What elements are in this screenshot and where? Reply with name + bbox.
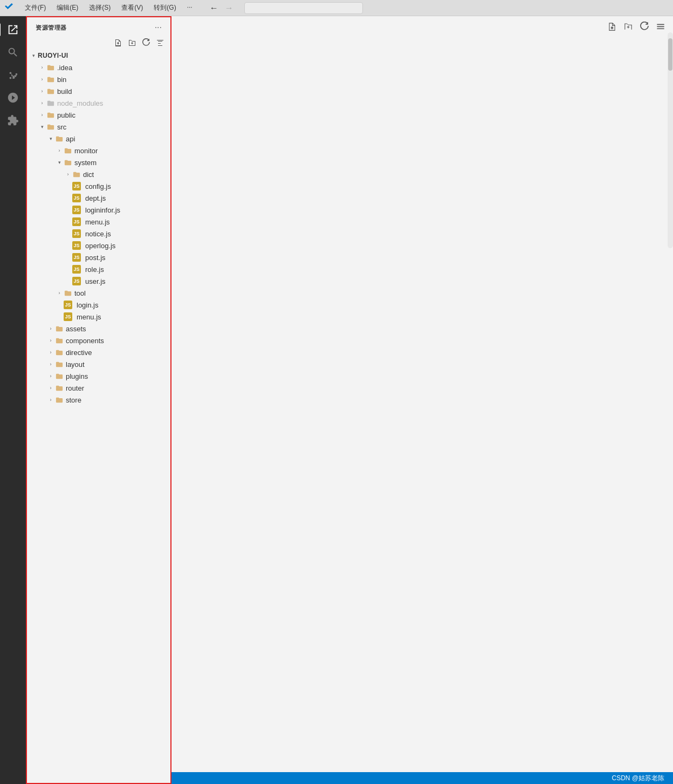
menu-goto[interactable]: 转到(G)	[149, 2, 180, 13]
editor-new-folder-button[interactable]	[622, 21, 634, 32]
source-control-activity-icon[interactable]	[4, 66, 22, 84]
tree-item-role-js[interactable]: JS role.js	[27, 263, 170, 275]
item-label: config.js	[85, 182, 166, 190]
file-tree: RUOYI-UI .idea bin	[27, 50, 170, 783]
js-file-icon: JS	[72, 182, 81, 190]
tree-item-dept-js[interactable]: JS dept.js	[27, 192, 170, 204]
expand-arrow	[29, 51, 38, 60]
expand-arrow	[64, 170, 72, 179]
js-file-icon: JS	[72, 277, 81, 285]
vscode-logo	[4, 2, 14, 14]
tree-item-api[interactable]: api	[27, 133, 170, 145]
tree-item-logininfor-js[interactable]: JS logininfor.js	[27, 204, 170, 216]
editor-refresh-button[interactable]	[638, 21, 650, 32]
status-bar: CSDN @姑苏老陈	[171, 772, 673, 784]
tree-item-public[interactable]: public	[27, 109, 170, 121]
menu-view[interactable]: 查看(V)	[117, 2, 147, 13]
scrollbar-thumb[interactable]	[668, 38, 672, 71]
tree-item-login-js[interactable]: JS login.js	[27, 299, 170, 311]
title-search-bar[interactable]	[244, 2, 363, 14]
expand-arrow	[46, 396, 55, 404]
tree-item-idea[interactable]: .idea	[27, 62, 170, 73]
tree-item-menu-js-system[interactable]: JS menu.js	[27, 216, 170, 228]
item-label: components	[66, 337, 166, 345]
tree-item-node-modules[interactable]: node_modules	[27, 97, 170, 109]
expand-arrow	[46, 348, 55, 357]
folder-icon	[55, 134, 64, 143]
tree-item-tool[interactable]: tool	[27, 287, 170, 299]
tree-item-menu-js-api[interactable]: JS menu.js	[27, 311, 170, 323]
expand-arrow	[38, 122, 46, 131]
expand-arrow	[38, 75, 46, 84]
item-label: router	[66, 384, 166, 392]
editor-area: CSDN @姑苏老陈	[171, 16, 673, 784]
tree-item-components[interactable]: components	[27, 335, 170, 346]
tree-item-notice-js[interactable]: JS notice.js	[27, 228, 170, 240]
tree-item-system[interactable]: system	[27, 156, 170, 168]
item-label: build	[57, 87, 166, 96]
search-activity-icon[interactable]	[4, 43, 22, 62]
folder-icon	[64, 158, 72, 167]
nav-back-button[interactable]: ←	[208, 2, 221, 14]
new-file-button[interactable]	[112, 37, 124, 49]
tree-item-plugins[interactable]: plugins	[27, 370, 170, 382]
tree-item-operlog-js[interactable]: JS operlog.js	[27, 240, 170, 251]
menu-bar: 文件(F) 编辑(E) 选择(S) 查看(V) 转到(G) ···	[20, 2, 197, 13]
folder-icon	[46, 122, 55, 131]
tree-item-build[interactable]: build	[27, 85, 170, 97]
tree-item-post-js[interactable]: JS post.js	[27, 251, 170, 263]
scrollbar-track	[668, 32, 673, 248]
nav-buttons: ← →	[208, 2, 236, 14]
nav-forward-button[interactable]: →	[223, 2, 236, 14]
tree-item-assets[interactable]: assets	[27, 323, 170, 335]
explorer-activity-icon[interactable]	[4, 21, 22, 39]
js-file-icon: JS	[72, 265, 81, 274]
refresh-button[interactable]	[140, 37, 152, 49]
editor-collapse-button[interactable]	[655, 21, 667, 32]
menu-select[interactable]: 选择(S)	[85, 2, 115, 13]
expand-arrow	[46, 360, 55, 369]
menu-file[interactable]: 文件(F)	[20, 2, 50, 13]
folder-icon	[46, 111, 55, 119]
expand-arrow	[46, 134, 55, 143]
tree-item-store[interactable]: store	[27, 394, 170, 406]
js-file-icon: JS	[72, 206, 81, 214]
item-label: login.js	[77, 301, 166, 309]
tree-item-dict[interactable]: dict	[27, 168, 170, 180]
tree-item-src[interactable]: src	[27, 121, 170, 133]
item-label: directive	[66, 349, 166, 357]
item-label: system	[74, 159, 166, 167]
new-folder-button[interactable]	[126, 37, 138, 49]
expand-arrow	[46, 384, 55, 392]
folder-icon	[46, 75, 55, 84]
extensions-activity-icon[interactable]	[4, 111, 22, 129]
tree-item-directive[interactable]: directive	[27, 346, 170, 358]
item-label: operlog.js	[85, 242, 166, 250]
expand-arrow	[46, 336, 55, 345]
item-label: tool	[74, 289, 166, 297]
menu-edit[interactable]: 编辑(E)	[52, 2, 83, 13]
item-label: role.js	[85, 265, 166, 274]
expand-arrow	[38, 87, 46, 96]
item-label: dept.js	[85, 194, 166, 202]
activity-bar	[0, 16, 26, 784]
sidebar-more-button[interactable]: ···	[153, 22, 164, 33]
menu-more[interactable]: ···	[183, 2, 197, 13]
tree-item-bin[interactable]: bin	[27, 73, 170, 85]
folder-icon	[55, 372, 64, 380]
tree-item-monitor[interactable]: monitor	[27, 145, 170, 156]
debug-activity-icon[interactable]	[4, 88, 22, 107]
tree-item-config-js[interactable]: JS config.js	[27, 180, 170, 192]
collapse-all-button[interactable]	[154, 37, 166, 49]
svg-rect-2	[657, 24, 664, 25]
folder-icon	[55, 396, 64, 404]
tree-item-router[interactable]: router	[27, 382, 170, 394]
tree-item-layout[interactable]: layout	[27, 358, 170, 370]
item-label: layout	[66, 360, 166, 369]
tree-item-user-js[interactable]: JS user.js	[27, 275, 170, 287]
item-label: user.js	[85, 277, 166, 285]
tree-item-ruoyi-ui[interactable]: RUOYI-UI	[27, 50, 170, 62]
js-file-icon: JS	[72, 241, 81, 250]
editor-new-file-button[interactable]	[606, 21, 618, 32]
item-label: node_modules	[57, 99, 166, 107]
